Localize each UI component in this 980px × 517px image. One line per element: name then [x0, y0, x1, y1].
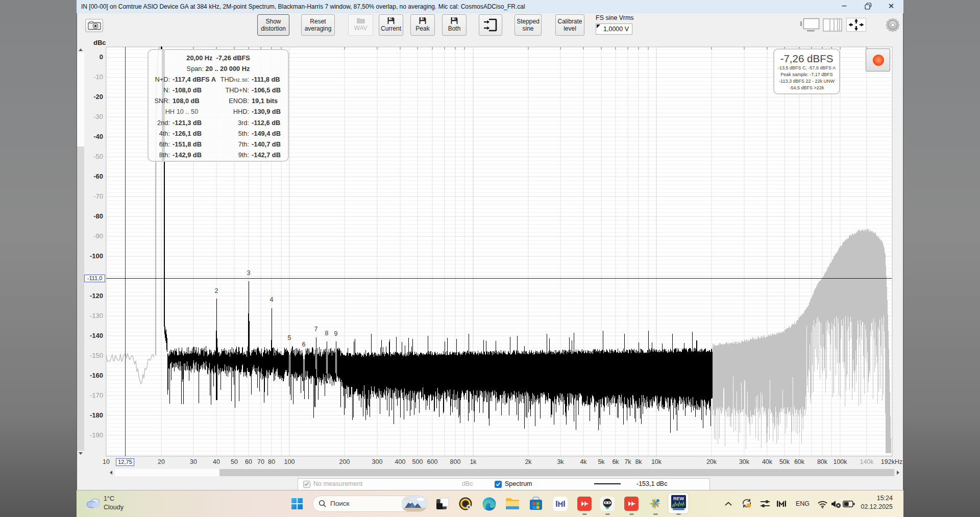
svg-text:REW: REW: [673, 496, 684, 501]
